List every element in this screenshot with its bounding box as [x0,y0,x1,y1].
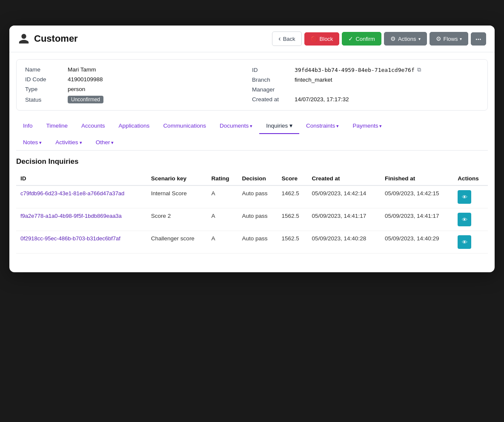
actions-button[interactable]: Actions ▾ [384,32,427,46]
app-window: Customer Back 🚫 Block Confirm Actions ▾ [9,26,495,272]
tab-inquiries[interactable]: Inquiries ▾ [259,118,299,134]
table-title: Decision Inquiries [16,157,488,166]
tab-info[interactable]: Info [16,118,40,134]
col-created-at: Created at [308,172,381,185]
inquiry-id-link-2[interactable]: 0f2918cc-95ec-486b-b703-b31dec6bf7af [20,235,120,242]
table-row: f9a2e778-a1a0-4b98-9f5f-1bdb869eaa3a Sco… [16,208,488,231]
tabs-row2: Notes Activities Other [16,134,488,150]
table-row: 0f2918cc-95ec-486b-b703-b31dec6bf7af Cha… [16,231,488,254]
header: Customer Back 🚫 Block Confirm Actions ▾ [9,26,495,52]
eye-icon-0: 👁 [462,194,467,200]
name-value: Mari Tamm [68,66,96,73]
col-actions: Actions [453,172,488,185]
tab-other[interactable]: Other [89,135,121,151]
cell-score-1: 1562.5 [277,208,307,231]
info-left-column: Name Mari Tamm ID Code 41900109988 Type … [25,66,252,103]
view-button-0[interactable]: 👁 [458,190,471,204]
back-button[interactable]: Back [272,31,301,46]
id-row: ID 39fd44b3-bb74-4959-84eb-71ea1cd9e76f … [252,66,479,73]
flows-gear-icon [436,35,441,42]
cell-score-0: 1462.5 [277,185,307,208]
cell-created-2: 05/09/2023, 14:40:28 [308,231,381,254]
cell-actions-2: 👁 [453,231,488,254]
col-score: Score [277,172,307,185]
col-decision: Decision [238,172,277,185]
tab-activities[interactable]: Activities [49,135,89,151]
person-icon [18,33,30,45]
cell-created-1: 05/09/2023, 14:41:17 [308,208,381,231]
tab-communications[interactable]: Communications [156,118,213,134]
manager-row: Manager [252,86,479,93]
cell-created-0: 05/09/2023, 14:42:14 [308,185,381,208]
status-label: Status [25,97,68,103]
header-left: Customer [18,33,78,45]
id-label: ID [252,67,295,73]
id-code-row: ID Code 41900109988 [25,76,252,83]
table-row: c79fdb96-6d23-43e1-81e8-a766d47a37ad Int… [16,185,488,208]
tab-payments[interactable]: Payments [346,118,389,134]
eye-icon-2: 👁 [462,239,467,245]
tab-constraints[interactable]: Constraints [299,118,346,134]
cell-scenario-1: Score 2 [147,208,207,231]
cell-scenario-0: Internal Score [147,185,207,208]
page-title: Customer [34,33,78,44]
cell-finished-0: 05/09/2023, 14:42:15 [381,185,453,208]
cell-id-2: 0f2918cc-95ec-486b-b703-b31dec6bf7af [16,231,147,254]
cell-rating-2: A [207,231,238,254]
name-label: Name [25,66,68,73]
created-row: Created at 14/07/2023, 17:17:32 [252,96,479,103]
cell-finished-1: 05/09/2023, 14:41:17 [381,208,453,231]
id-code-label: ID Code [25,76,68,83]
type-label: Type [25,86,68,92]
chevron-left-icon [278,35,281,43]
cell-decision-0: Auto pass [238,185,277,208]
inquiry-id-link-1[interactable]: f9a2e778-a1a0-4b98-9f5f-1bdb869eaa3a [20,213,122,219]
cell-decision-2: Auto pass [238,231,277,254]
header-actions: Back 🚫 Block Confirm Actions ▾ Flows ▾ [272,31,486,46]
created-value: 14/07/2023, 17:17:32 [295,96,349,103]
dots-icon [475,36,481,42]
tab-documents[interactable]: Documents [213,118,259,134]
cell-rating-0: A [207,185,238,208]
more-button[interactable] [471,32,486,46]
block-button[interactable]: 🚫 Block [304,32,340,46]
cell-score-2: 1562.5 [277,231,307,254]
check-icon [348,35,353,42]
name-row: Name Mari Tamm [25,66,252,73]
decision-inquiries-table: ID Scenario key Rating Decision Score Cr… [16,172,488,254]
status-row: Status Unconfirmed [25,96,252,103]
inquiry-id-link-0[interactable]: c79fdb96-6d23-43e1-81e8-a766d47a37ad [20,190,124,197]
status-badge: Unconfirmed [68,96,103,103]
tab-timeline[interactable]: Timeline [40,118,75,134]
cell-decision-1: Auto pass [238,208,277,231]
gear-icon [390,35,396,42]
flows-button[interactable]: Flows ▾ [430,32,469,46]
copy-icon[interactable]: ⧉ [417,66,421,73]
view-button-1[interactable]: 👁 [458,213,471,226]
tabs-row1: Info Timeline Accounts Applications Comm… [16,117,488,134]
flows-arrow-icon: ▾ [460,37,462,41]
manager-label: Manager [252,86,295,93]
cell-id-0: c79fdb96-6d23-43e1-81e8-a766d47a37ad [16,185,147,208]
tab-notes[interactable]: Notes [16,135,49,151]
eye-icon-1: 👁 [462,217,467,223]
info-right-column: ID 39fd44b3-bb74-4959-84eb-71ea1cd9e76f … [252,66,479,103]
view-button-2[interactable]: 👁 [458,235,471,249]
branch-value: fintech_market [295,77,332,83]
tab-applications[interactable]: Applications [112,118,157,134]
col-rating: Rating [207,172,238,185]
created-label: Created at [252,96,295,103]
type-value: person [68,86,85,92]
tab-accounts[interactable]: Accounts [74,118,112,134]
cell-scenario-2: Challenger score [147,231,207,254]
table-header-row: ID Scenario key Rating Decision Score Cr… [16,172,488,185]
confirm-button[interactable]: Confirm [342,32,381,46]
cell-actions-0: 👁 [453,185,488,208]
id-value: 39fd44b3-bb74-4959-84eb-71ea1cd9e76f [295,67,415,73]
branch-label: Branch [252,77,295,83]
table-section: Decision Inquiries ID Scenario key Ratin… [16,157,488,254]
customer-info-card: Name Mari Tamm ID Code 41900109988 Type … [16,59,488,111]
cell-finished-2: 05/09/2023, 14:40:29 [381,231,453,254]
col-finished-at: Finished at [381,172,453,185]
branch-row: Branch fintech_market [252,77,479,83]
